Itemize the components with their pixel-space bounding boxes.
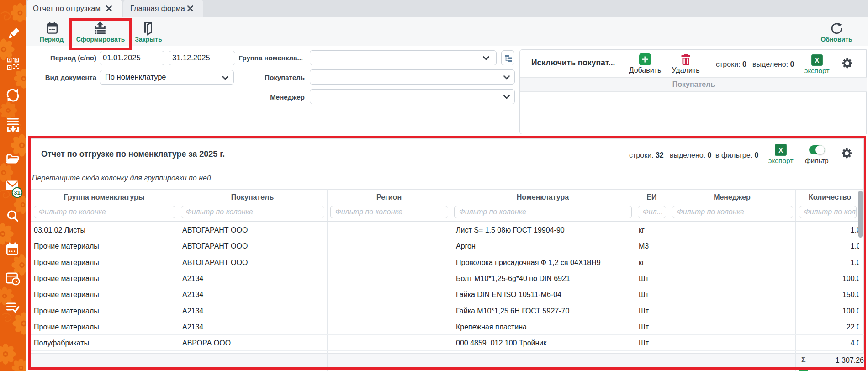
svg-text:X: X [815,57,820,64]
svg-text:X: X [778,147,783,154]
svg-text:31: 31 [14,189,20,196]
